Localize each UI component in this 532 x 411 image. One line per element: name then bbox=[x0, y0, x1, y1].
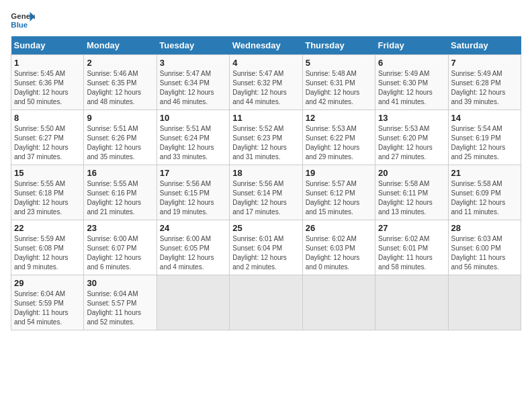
sunset-text: Sunset: 6:23 PM bbox=[232, 134, 299, 143]
day-info: Sunrise: 5:57 AMSunset: 6:12 PMDaylight:… bbox=[306, 179, 372, 217]
sunrise-text: Sunrise: 5:45 AM bbox=[14, 69, 81, 79]
calendar-cell bbox=[157, 275, 229, 330]
daylight-text-cont: and 2 minutes. bbox=[232, 263, 299, 272]
day-info: Sunrise: 5:51 AMSunset: 6:26 PMDaylight:… bbox=[87, 124, 153, 162]
day-number: 25 bbox=[232, 223, 299, 233]
day-number: 4 bbox=[232, 58, 299, 68]
sunset-text: Sunset: 6:34 PM bbox=[160, 79, 226, 88]
day-info: Sunrise: 5:47 AMSunset: 6:32 PMDaylight:… bbox=[232, 69, 299, 107]
day-number: 8 bbox=[14, 113, 81, 123]
daylight-text: Daylight: 12 hours bbox=[306, 253, 372, 263]
daylight-text: Daylight: 12 hours bbox=[378, 198, 445, 208]
day-info: Sunrise: 6:01 AMSunset: 6:04 PMDaylight:… bbox=[232, 234, 299, 272]
daylight-text: Daylight: 12 hours bbox=[306, 143, 372, 152]
sunrise-text: Sunrise: 5:57 AM bbox=[306, 179, 372, 189]
day-info: Sunrise: 5:59 AMSunset: 6:08 PMDaylight:… bbox=[14, 234, 81, 272]
daylight-text: Daylight: 12 hours bbox=[232, 143, 299, 152]
daylight-text-cont: and 44 minutes. bbox=[232, 97, 299, 107]
day-of-week-header: Friday bbox=[375, 36, 448, 55]
sunrise-text: Sunrise: 5:47 AM bbox=[232, 69, 299, 79]
calendar-week-row: 1Sunrise: 5:45 AMSunset: 6:36 PMDaylight… bbox=[11, 55, 521, 110]
day-info: Sunrise: 5:56 AMSunset: 6:15 PMDaylight:… bbox=[160, 179, 226, 217]
day-number: 6 bbox=[378, 58, 445, 68]
calendar-cell: 29Sunrise: 6:04 AMSunset: 5:59 PMDayligh… bbox=[11, 275, 84, 330]
sunset-text: Sunset: 6:26 PM bbox=[87, 134, 153, 143]
sunset-text: Sunset: 6:20 PM bbox=[378, 134, 445, 143]
calendar-cell: 5Sunrise: 5:48 AMSunset: 6:31 PMDaylight… bbox=[302, 55, 375, 110]
daylight-text-cont: and 17 minutes. bbox=[232, 208, 299, 217]
sunset-text: Sunset: 6:07 PM bbox=[87, 244, 153, 253]
daylight-text-cont: and 29 minutes. bbox=[306, 152, 372, 162]
svg-text:Blue: Blue bbox=[11, 21, 28, 29]
daylight-text: Daylight: 12 hours bbox=[160, 253, 226, 263]
day-info: Sunrise: 6:02 AMSunset: 6:01 PMDaylight:… bbox=[378, 234, 445, 272]
calendar-cell bbox=[302, 275, 375, 330]
day-number: 18 bbox=[232, 168, 299, 178]
calendar-cell: 20Sunrise: 5:58 AMSunset: 6:11 PMDayligh… bbox=[375, 165, 448, 220]
daylight-text: Daylight: 12 hours bbox=[451, 88, 518, 97]
day-number: 21 bbox=[451, 168, 518, 178]
logo: General Blue bbox=[11, 11, 38, 31]
daylight-text: Daylight: 12 hours bbox=[14, 143, 81, 152]
day-info: Sunrise: 6:04 AMSunset: 5:57 PMDaylight:… bbox=[87, 289, 153, 327]
calendar-cell: 8Sunrise: 5:50 AMSunset: 6:27 PMDaylight… bbox=[11, 110, 84, 165]
calendar-table: SundayMondayTuesdayWednesdayThursdayFrid… bbox=[11, 36, 521, 330]
daylight-text: Daylight: 12 hours bbox=[87, 198, 153, 208]
sunrise-text: Sunrise: 6:00 AM bbox=[160, 234, 226, 244]
sunrise-text: Sunrise: 5:58 AM bbox=[378, 179, 445, 189]
sunset-text: Sunset: 6:35 PM bbox=[87, 79, 153, 88]
calendar-cell: 14Sunrise: 5:54 AMSunset: 6:19 PMDayligh… bbox=[448, 110, 521, 165]
day-number: 29 bbox=[14, 278, 81, 288]
calendar-cell: 16Sunrise: 5:55 AMSunset: 6:16 PMDayligh… bbox=[84, 165, 157, 220]
day-info: Sunrise: 6:00 AMSunset: 6:05 PMDaylight:… bbox=[160, 234, 226, 272]
calendar-week-row: 29Sunrise: 6:04 AMSunset: 5:59 PMDayligh… bbox=[11, 275, 521, 330]
sunrise-text: Sunrise: 5:50 AM bbox=[14, 124, 81, 134]
day-number: 7 bbox=[451, 58, 518, 68]
sunrise-text: Sunrise: 5:53 AM bbox=[306, 124, 372, 134]
sunrise-text: Sunrise: 5:51 AM bbox=[160, 124, 226, 134]
calendar-cell: 12Sunrise: 5:53 AMSunset: 6:22 PMDayligh… bbox=[302, 110, 375, 165]
calendar-cell: 21Sunrise: 5:58 AMSunset: 6:09 PMDayligh… bbox=[448, 165, 521, 220]
sunrise-text: Sunrise: 5:51 AM bbox=[87, 124, 153, 134]
day-info: Sunrise: 5:58 AMSunset: 6:09 PMDaylight:… bbox=[451, 179, 518, 217]
sunset-text: Sunset: 6:24 PM bbox=[160, 134, 226, 143]
calendar-cell: 23Sunrise: 6:00 AMSunset: 6:07 PMDayligh… bbox=[84, 220, 157, 275]
sunset-text: Sunset: 6:11 PM bbox=[378, 189, 445, 198]
calendar-week-row: 8Sunrise: 5:50 AMSunset: 6:27 PMDaylight… bbox=[11, 110, 521, 165]
sunset-text: Sunset: 6:18 PM bbox=[14, 189, 81, 198]
sunset-text: Sunset: 5:59 PM bbox=[14, 299, 81, 308]
day-number: 24 bbox=[160, 223, 226, 233]
header: General Blue bbox=[11, 11, 521, 31]
day-info: Sunrise: 5:47 AMSunset: 6:34 PMDaylight:… bbox=[160, 69, 226, 107]
daylight-text: Daylight: 12 hours bbox=[232, 198, 299, 208]
day-info: Sunrise: 6:00 AMSunset: 6:07 PMDaylight:… bbox=[87, 234, 153, 272]
sunset-text: Sunset: 6:00 PM bbox=[451, 244, 518, 253]
daylight-text-cont: and 54 minutes. bbox=[14, 318, 81, 327]
calendar-week-row: 22Sunrise: 5:59 AMSunset: 6:08 PMDayligh… bbox=[11, 220, 521, 275]
sunset-text: Sunset: 6:01 PM bbox=[378, 244, 445, 253]
daylight-text-cont: and 33 minutes. bbox=[160, 152, 226, 162]
sunset-text: Sunset: 5:57 PM bbox=[87, 299, 153, 308]
day-info: Sunrise: 5:55 AMSunset: 6:16 PMDaylight:… bbox=[87, 179, 153, 217]
sunset-text: Sunset: 6:08 PM bbox=[14, 244, 81, 253]
day-number: 27 bbox=[378, 223, 445, 233]
daylight-text: Daylight: 12 hours bbox=[160, 143, 226, 152]
calendar-body: 1Sunrise: 5:45 AMSunset: 6:36 PMDaylight… bbox=[11, 55, 521, 330]
daylight-text: Daylight: 11 hours bbox=[14, 308, 81, 318]
calendar-cell bbox=[448, 275, 521, 330]
sunrise-text: Sunrise: 6:02 AM bbox=[306, 234, 372, 244]
day-number: 20 bbox=[378, 168, 445, 178]
sunset-text: Sunset: 6:30 PM bbox=[378, 79, 445, 88]
day-info: Sunrise: 5:55 AMSunset: 6:18 PMDaylight:… bbox=[14, 179, 81, 217]
day-number: 26 bbox=[306, 223, 372, 233]
sunrise-text: Sunrise: 5:59 AM bbox=[14, 234, 81, 244]
daylight-text: Daylight: 11 hours bbox=[451, 253, 518, 263]
daylight-text: Daylight: 12 hours bbox=[451, 143, 518, 152]
day-info: Sunrise: 5:50 AMSunset: 6:27 PMDaylight:… bbox=[14, 124, 81, 162]
daylight-text-cont: and 9 minutes. bbox=[14, 263, 81, 272]
day-number: 12 bbox=[306, 113, 372, 123]
daylight-text-cont: and 37 minutes. bbox=[14, 152, 81, 162]
sunset-text: Sunset: 6:14 PM bbox=[232, 189, 299, 198]
day-of-week-header: Saturday bbox=[448, 36, 521, 55]
sunset-text: Sunset: 6:22 PM bbox=[306, 134, 372, 143]
